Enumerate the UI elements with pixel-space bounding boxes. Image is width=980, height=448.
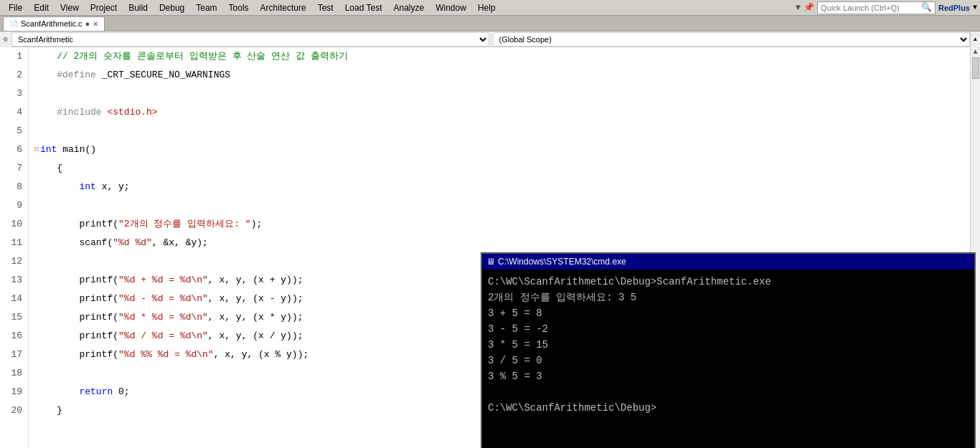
code-brace-close-20: } [34,401,62,420]
pin-icon: 📌 [804,2,814,13]
menu-window[interactable]: Window [430,1,472,14]
line-number-7: 7 [6,159,22,178]
cmd-line-7: 3 % 5 = 3 [488,368,969,384]
code-macro-2: #define [34,66,102,85]
collapse-btn-6[interactable]: ⊟ [34,140,39,159]
cmd-line-8 [488,384,969,400]
menu-project[interactable]: Project [85,1,123,14]
menu-architecture[interactable]: Architecture [255,1,312,14]
tab-scanfarithmetic[interactable]: 📄 ScanfArithmetic.c ● ✕ [3,16,105,31]
menu-view[interactable]: View [55,1,85,14]
menu-file[interactable]: File [3,1,28,14]
code-str-10: "2개의 정수를 입력하세요: " [118,215,251,234]
main-layout: File Edit View Project Build Debug Team … [0,0,980,448]
line-number-17: 17 [6,345,22,364]
line-number-19: 19 [6,383,22,401]
search-box[interactable]: 🔍 [817,1,936,14]
code-macro-value-2: _CRT_SECURE_NO_WARNINGS [102,66,230,85]
cmd-title-label: C:\Windows\SYSTEM32\cmd.exe [498,257,626,267]
menubar: File Edit View Project Build Debug Team … [0,0,980,16]
code-end-16: , x, y, (x / y)); [208,327,303,345]
line-number-2: 2 [6,66,22,85]
code-15: printf( [34,308,118,327]
cmd-line-6: 3 / 5 = 0 [488,353,969,368]
code-14: printf( [34,290,118,308]
code-str-16: "%d / %d = %d\n" [118,327,208,345]
user-badge[interactable]: RedPlus [938,4,970,12]
line-number-8: 8 [6,178,22,196]
scrollbar-thumb[interactable] [972,57,979,79]
line-number-18: 18 [6,364,22,383]
menu-test[interactable]: Test [312,1,339,14]
tabbar: 📄 ScanfArithmetic.c ● ✕ [0,16,980,32]
menu-debug[interactable]: Debug [154,1,190,14]
line-number-15: 15 [6,308,22,327]
dropdown-icon: ▼ [973,4,977,11]
code-comment-1: // 2개의 숫자를 콘솔로부터 입력받은 후 산술 연산 값 출력하기 [34,47,348,66]
code-str-15: "%d * %d = %d\n" [118,308,208,327]
code-main-6: main() [57,140,96,159]
search-input[interactable] [821,4,921,12]
tab-close-button[interactable]: ✕ [93,20,98,28]
menu-loadtest[interactable]: Load Test [339,1,388,14]
code-brace-open-7: { [34,159,62,178]
code-indent-11: scanf( [34,234,113,252]
code-line-11: scanf("%d %d", &x, &y); [34,234,974,252]
navbars: ⚙ ScanfArithmetic (Global Scope) ▲ [0,32,980,47]
cmd-title-icon: 🖥 [486,257,495,267]
line-number-9: 9 [6,196,22,215]
line-number-20: 20 [6,401,22,420]
cmd-line-3: 3 + 5 = 8 [488,305,969,321]
tab-icon: 📄 [9,20,18,28]
code-kw-return-19: return [79,383,113,401]
code-indent-10: printf( [34,215,118,234]
menu-analyze[interactable]: Analyze [387,1,430,14]
code-str-11: "%d %d" [113,234,152,252]
menu-build[interactable]: Build [123,1,154,14]
code-line-7: { [34,159,974,178]
line-number-10: 10 [6,215,22,234]
cmd-line-1: C:\WC\ScanfArithmetic\Debug>ScanfArithme… [488,274,969,290]
line-number-16: 16 [6,327,22,345]
code-kw-int-8: int [79,178,95,196]
code-13: printf( [34,271,118,290]
menu-tools[interactable]: Tools [223,1,255,14]
code-line-3 [34,85,974,103]
code-line-5 [34,122,974,140]
cmd-window: 🖥 C:\Windows\SYSTEM32\cmd.exe C:\WC\Scan… [481,252,976,448]
code-line-6: ⊟ int main() [34,140,974,159]
code-include-4: #include [34,103,107,122]
code-decl-8: x, y; [96,178,130,196]
line-number-11: 11 [6,234,22,252]
scrollbar-up-button[interactable]: ▲ [971,47,980,57]
search-icon: 🔍 [921,2,932,13]
line-number-13: 13 [6,271,22,290]
line-number-5: 5 [6,122,22,140]
scope-select[interactable]: ScanfArithmetic [11,32,489,47]
editor-wrapper: 1 2 3 4 5 6 7 8 9 10 11 12 13 14 15 16 1… [0,47,980,448]
code-include-val-4: <stdio.h> [107,103,157,122]
code-line-10: printf("2개의 정수를 입력하세요: "); [34,215,974,234]
line-number-12: 12 [6,252,22,271]
tab-label: ScanfArithmetic.c [21,19,83,28]
menu-team[interactable]: Team [190,1,222,14]
filter-icon: ▼ [796,3,801,13]
line-number-4: 4 [6,103,22,122]
code-line-2: #define _CRT_SECURE_NO_WARNINGS [34,66,974,85]
navbar-scroll-icon: ▲ [974,36,977,42]
code-16: printf( [34,327,118,345]
code-kw-int-6: int [40,140,57,159]
menu-help[interactable]: Help [472,1,501,14]
menu-edit[interactable]: Edit [28,1,55,14]
line-number-3: 3 [6,85,22,103]
tab-modified-dot: ● [85,19,90,28]
menubar-right: ▼ 📌 🔍 RedPlus ▼ [796,1,977,14]
global-scope-select[interactable]: (Global Scope) [493,32,971,47]
line-numbers: 1 2 3 4 5 6 7 8 9 10 11 12 13 14 15 16 1… [0,47,29,448]
code-line-4: #include <stdio.h> [34,103,974,122]
navbar-scope: ⚙ ScanfArithmetic (Global Scope) ▲ [0,32,980,47]
code-return-val-19: 0; [113,383,129,401]
code-end-14: , x, y, (x - y)); [208,290,303,308]
cmd-content: C:\WC\ScanfArithmetic\Debug>ScanfArithme… [482,270,974,420]
code-end-13: , x, y, (x + y)); [208,271,303,290]
